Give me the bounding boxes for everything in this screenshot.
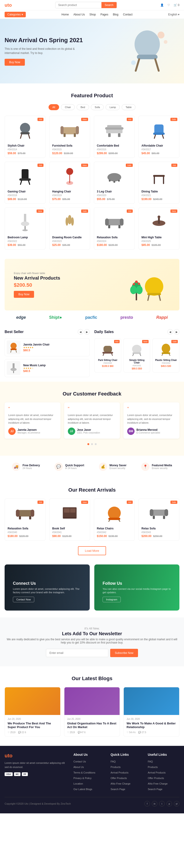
feedback-card: " Lorem ipsum dolor sit amet, consectetu… bbox=[5, 402, 61, 439]
twitter-icon[interactable]: t bbox=[159, 801, 165, 806]
footer-brand: uto Lorem ipsum dolor sit amet consectet… bbox=[5, 753, 68, 793]
tab-sofa[interactable]: Sofa bbox=[91, 104, 104, 110]
bs-name: New Music Lamp bbox=[23, 364, 88, 367]
footer-link[interactable]: Search Page bbox=[148, 788, 162, 790]
blog-card[interactable]: Jun 20, 2020 We Produce The Best And The… bbox=[5, 687, 61, 737]
footer-link[interactable]: Products bbox=[111, 766, 120, 769]
footer-link[interactable]: Privacy & Policy bbox=[73, 777, 91, 779]
follow-button[interactable]: Instagram bbox=[103, 597, 121, 602]
subscribe-button[interactable]: Subscribe Now bbox=[110, 649, 138, 657]
nav-home[interactable]: Home bbox=[62, 13, 69, 16]
svg-line-79 bbox=[140, 354, 141, 355]
blog-card[interactable]: Jun 30, 2020 We Work To Make A Good & Be… bbox=[123, 687, 179, 737]
product-image bbox=[142, 211, 176, 234]
product-name: Relax Sofa bbox=[142, 527, 176, 530]
facebook-icon[interactable]: f bbox=[144, 801, 150, 806]
email-input[interactable] bbox=[46, 649, 108, 657]
product-id: #SK0343 bbox=[142, 531, 176, 533]
daily-next[interactable]: ▶ bbox=[174, 329, 179, 335]
product-badge: Hot bbox=[127, 501, 133, 504]
linkedin-icon[interactable]: in bbox=[152, 801, 157, 806]
tab-table[interactable]: Table bbox=[122, 104, 136, 110]
footer-link[interactable]: Arrival Products bbox=[111, 771, 128, 774]
best-seller-next[interactable]: ▶ bbox=[84, 329, 90, 335]
nav-contact[interactable]: Contact bbox=[123, 13, 133, 16]
product-price: $75.00 $95.00 bbox=[52, 197, 87, 201]
footer-link[interactable]: Location bbox=[73, 782, 83, 785]
cart-icon[interactable]: 🛒 0 bbox=[174, 3, 179, 7]
daily-image bbox=[155, 341, 177, 357]
language-selector[interactable]: English ▾ bbox=[168, 13, 179, 16]
connect-button[interactable]: Contact Now bbox=[13, 597, 34, 602]
footer-link[interactable]: Contact Us bbox=[73, 760, 86, 763]
footer-link[interactable]: ANo Free Charge bbox=[111, 782, 131, 785]
feedback-card: " Lorem ipsum dolor sit amet, consectetu… bbox=[123, 402, 179, 439]
search-input[interactable] bbox=[56, 2, 102, 8]
tab-chair[interactable]: Chair bbox=[61, 104, 75, 110]
search-button[interactable]: Search bbox=[102, 2, 117, 8]
svg-rect-94 bbox=[108, 518, 120, 520]
nav-blog[interactable]: Blog bbox=[113, 13, 118, 16]
svg-rect-11 bbox=[62, 127, 78, 134]
daily-card: New Simple Sitting Chair #SK0331 $89.5 $… bbox=[123, 338, 150, 372]
feedback-card: " Lorem ipsum dolor sit amet, consectetu… bbox=[64, 402, 120, 439]
daily-prev[interactable]: ◀ bbox=[168, 329, 173, 335]
tab-bed[interactable]: Bed bbox=[77, 104, 89, 110]
daily-name: Park Sitting Chair bbox=[97, 359, 119, 362]
nav-shop[interactable]: Shop bbox=[89, 13, 96, 16]
categories-button[interactable]: Categories ▾ bbox=[5, 12, 26, 17]
feature-title: Quick Support bbox=[65, 464, 84, 467]
recent-title: Our Recent Arrivals bbox=[5, 487, 179, 493]
pinterest-icon[interactable]: p bbox=[167, 801, 172, 806]
wishlist-icon[interactable]: ♡ bbox=[168, 3, 170, 7]
feature-sub: Ensure security bbox=[109, 467, 126, 469]
list-item[interactable]: New Music Lamp ★★★★☆ $40.5 bbox=[5, 359, 90, 377]
blog-likes: ♡ 54.4 k bbox=[126, 731, 136, 734]
footer-link[interactable]: Products bbox=[148, 766, 157, 769]
banner-buy-button[interactable]: Buy Now bbox=[14, 291, 34, 298]
svg-rect-36 bbox=[153, 175, 165, 177]
list-item[interactable]: Jannta Jannin Chair ★★★★★ $60.5 bbox=[5, 338, 90, 356]
footer-link[interactable]: Offer Products bbox=[111, 777, 127, 779]
daily-sales-grid: Hot Park Sitting Chair #SK0330 $109.5 $6… bbox=[94, 338, 179, 372]
footer-link[interactable]: Terms & Conditions bbox=[73, 771, 95, 774]
footer-link[interactable]: ANo Free Charge bbox=[148, 782, 168, 785]
blog-card[interactable]: Jun 25, 2020 Global Organisation Has To … bbox=[64, 687, 120, 737]
bs-stars: ★★★★★ bbox=[23, 346, 88, 349]
product-id: #SK0315 bbox=[52, 148, 87, 151]
featured-section: Featured Product All Chair Bed Sofa Lamp… bbox=[0, 84, 184, 259]
user-icon[interactable]: 👤 bbox=[160, 3, 164, 7]
footer-link[interactable]: Our Latest Blogs bbox=[73, 788, 92, 790]
svg-rect-19 bbox=[108, 133, 111, 137]
svg-point-62 bbox=[135, 280, 138, 283]
visa-icon: VISA bbox=[5, 772, 13, 776]
footer-link[interactable]: About Us bbox=[73, 766, 84, 769]
footer-link[interactable]: FAQ bbox=[148, 760, 153, 763]
footer-link[interactable]: FAQ bbox=[111, 760, 116, 763]
logo[interactable]: uto bbox=[5, 3, 12, 8]
nav-pages[interactable]: Pages bbox=[101, 13, 108, 16]
author-title: Manager, eCommerce bbox=[17, 431, 40, 434]
footer-link[interactable]: Offer Products bbox=[148, 777, 164, 779]
hero-buy-button[interactable]: Buy Now bbox=[5, 59, 25, 66]
youtube-icon[interactable]: yt bbox=[174, 801, 179, 806]
footer-top: uto Lorem ipsum dolor sit amet consectet… bbox=[5, 753, 179, 793]
footer-link[interactable]: Arrival Products bbox=[148, 771, 165, 774]
load-more-button[interactable]: Load More bbox=[78, 546, 106, 555]
svg-point-40 bbox=[21, 221, 29, 226]
svg-line-75 bbox=[112, 353, 112, 355]
blog-likes: ♡ 2519 bbox=[67, 731, 75, 734]
product-card: Hot Gaming Chair #SK0318 $89.00 $110.00 bbox=[5, 161, 45, 204]
svg-line-67 bbox=[11, 350, 11, 352]
tab-lamp[interactable]: Lamp bbox=[106, 104, 120, 110]
footer-useful: Useful Links FAQ Products Arrival Produc… bbox=[148, 753, 179, 793]
feedback-author: BM Brianna Merood E-Commerce specialist bbox=[127, 428, 176, 435]
footer-link[interactable]: Search Page bbox=[111, 788, 125, 790]
best-seller-prev[interactable]: ◀ bbox=[78, 329, 83, 335]
nav-about[interactable]: About Us bbox=[73, 13, 85, 16]
tab-all[interactable]: All bbox=[48, 104, 59, 110]
svg-rect-90 bbox=[64, 508, 70, 513]
product-name: Gaming Chair bbox=[8, 190, 42, 193]
svg-line-56 bbox=[148, 295, 149, 300]
product-badge: Hot bbox=[37, 164, 43, 167]
